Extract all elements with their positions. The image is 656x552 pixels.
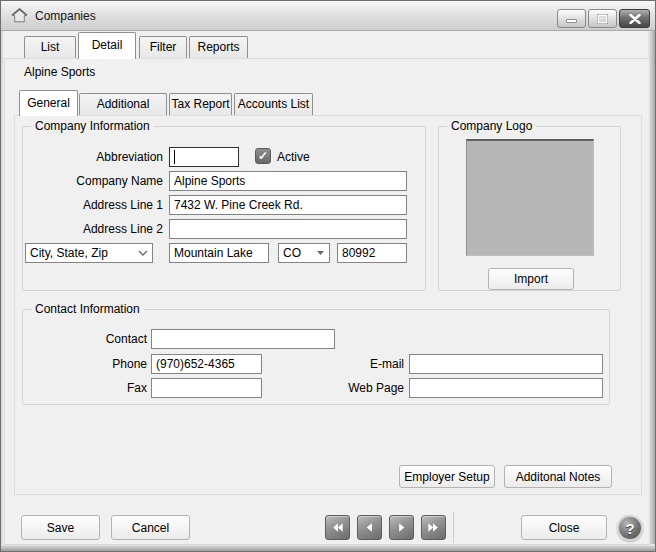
nav-next-button[interactable]: [389, 515, 414, 540]
maximize-button[interactable]: [588, 9, 617, 28]
fax-input[interactable]: [151, 378, 262, 398]
tab-filter[interactable]: Filter: [139, 36, 187, 58]
titlebar-close-button[interactable]: [619, 9, 650, 28]
double-arrow-right-icon: [426, 520, 441, 535]
companies-window: Companies List Detail Filter Reports Alp…: [0, 0, 656, 552]
nav-previous-button[interactable]: [357, 515, 382, 540]
contact-label: Contact: [41, 332, 147, 346]
web-page-label: Web Page: [298, 381, 404, 395]
state-value: CO: [283, 246, 301, 260]
employer-setup-button[interactable]: Employer Setup: [399, 465, 495, 488]
active-label: Active: [277, 150, 310, 164]
email-input[interactable]: [409, 354, 603, 374]
tab-general[interactable]: General: [19, 90, 78, 116]
address-line1-label: Address Line 1: [39, 198, 163, 212]
arrow-left-icon: [362, 520, 377, 535]
help-button[interactable]: ?: [617, 515, 643, 541]
cancel-button[interactable]: Cancel: [111, 515, 190, 540]
save-button[interactable]: Save: [21, 515, 100, 540]
company-name-label: Company Name: [39, 174, 163, 188]
tab-tax-report[interactable]: Tax Report: [169, 93, 232, 115]
abbreviation-input[interactable]: [169, 147, 239, 167]
phone-label: Phone: [41, 357, 147, 371]
address-line1-input[interactable]: [169, 195, 407, 215]
email-label: E-mail: [298, 357, 404, 371]
contact-input[interactable]: [151, 329, 335, 349]
address-line2-label: Address Line 2: [39, 222, 163, 236]
tab-accounts-list[interactable]: Accounts List: [234, 93, 313, 115]
close-x-icon: [629, 14, 641, 24]
window-title: Companies: [35, 9, 96, 23]
window-frame-bottom: [1, 544, 655, 551]
dropdown-arrow-icon: [316, 250, 325, 256]
minimize-icon: [566, 19, 577, 23]
abbreviation-label: Abbreviation: [39, 150, 163, 164]
zip-input[interactable]: [337, 243, 407, 263]
record-title: Alpine Sports: [24, 65, 95, 79]
company-information-legend: Company Information: [31, 119, 154, 133]
close-button[interactable]: Close: [521, 515, 607, 540]
maximize-icon: [597, 14, 608, 24]
city-input[interactable]: [169, 243, 269, 263]
double-arrow-left-icon: [330, 520, 345, 535]
arrow-right-icon: [394, 520, 409, 535]
address-format-value: City, State, Zip: [30, 246, 108, 260]
phone-input[interactable]: [151, 354, 262, 374]
fax-label: Fax: [41, 381, 147, 395]
tab-additional-detail[interactable]: Additional Detail: [79, 93, 167, 115]
window-frame-left: [1, 31, 3, 551]
contact-information-legend: Contact Information: [31, 302, 144, 316]
active-checkbox[interactable]: ✓: [255, 148, 271, 164]
chevron-down-icon: [138, 250, 148, 256]
minimize-button[interactable]: [557, 9, 586, 28]
tab-detail[interactable]: Detail: [78, 32, 136, 59]
text-caret: [174, 150, 175, 164]
import-button[interactable]: Import: [488, 268, 574, 290]
footer-separator: [453, 512, 454, 543]
question-mark-icon: ?: [625, 520, 634, 537]
web-page-input[interactable]: [409, 378, 603, 398]
tab-list[interactable]: List: [24, 36, 76, 58]
nav-last-button[interactable]: [421, 515, 446, 540]
additional-notes-button[interactable]: Additonal Notes: [504, 465, 612, 488]
house-icon: [11, 8, 28, 23]
address-line2-input[interactable]: [169, 219, 407, 239]
company-logo-legend: Company Logo: [447, 119, 536, 133]
address-format-select[interactable]: City, State, Zip: [25, 243, 153, 263]
tab-reports[interactable]: Reports: [189, 36, 248, 58]
nav-first-button[interactable]: [325, 515, 350, 540]
state-select[interactable]: CO: [278, 243, 330, 263]
company-logo-image: [466, 139, 594, 256]
company-name-input[interactable]: [169, 171, 407, 191]
